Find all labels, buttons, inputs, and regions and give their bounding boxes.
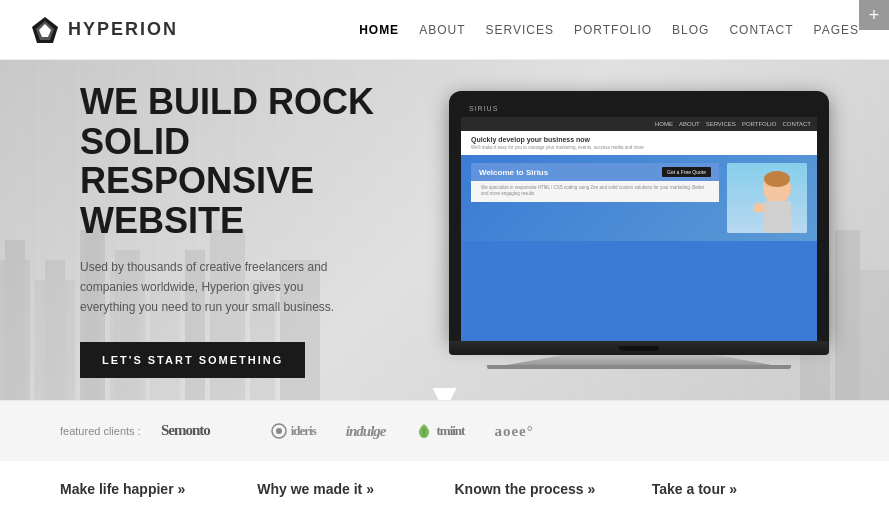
tmiint-icon (415, 422, 433, 440)
laptop-nav: HOME ABOUT SERVICES PORTFOLIO CONTACT (461, 117, 817, 131)
laptop-page-title: Quickly develop your business now (471, 136, 807, 143)
nav-home[interactable]: HOME (359, 23, 399, 37)
laptop-base (449, 341, 829, 355)
laptop-bottom-content: We specialize in responsive HTML / CSS c… (471, 181, 719, 202)
laptop-notch (619, 346, 659, 351)
svg-point-23 (764, 171, 790, 187)
laptop-nav-services: SERVICES (706, 121, 736, 127)
clients-label: featured clients : (60, 425, 141, 437)
laptop-person-image (727, 163, 807, 233)
laptop-stand (449, 355, 829, 365)
svg-point-27 (276, 428, 282, 434)
clients-strip: featured clients : Semonto ideris indulg… (0, 400, 889, 461)
laptop-person-svg (727, 163, 807, 233)
laptop-nav-contact: CONTACT (782, 121, 811, 127)
nav-portfolio[interactable]: PORTFOLIO (574, 23, 652, 37)
laptop-welcome-text: Welcome to Sirius (479, 168, 548, 177)
ideris-text: ideris (291, 423, 316, 439)
main-nav: HOME ABOUT SERVICES PORTFOLIO BLOG CONTA… (359, 23, 859, 37)
card-known-the-process: Known the process » (455, 481, 632, 508)
card-take-a-tour: Take a tour » (652, 481, 829, 508)
svg-rect-17 (835, 230, 860, 400)
laptop-nav-about: ABOUT (679, 121, 700, 127)
laptop-inner-cta: Get a Free Quote (662, 167, 711, 177)
client-logo-semonto: Semonto (161, 417, 241, 445)
laptop-foot (487, 365, 791, 369)
laptop-page-header: Quickly develop your business now We'll … (461, 131, 817, 155)
svg-text:Semonto: Semonto (161, 422, 210, 438)
laptop: SIRIUS HOME ABOUT SERVICES PORTFOLIO CON… (449, 91, 829, 369)
header: HYPERION HOME ABOUT SERVICES PORTFOLIO B… (0, 0, 889, 60)
laptop-nav-portfolio: PORTFOLIO (742, 121, 777, 127)
bottom-grid: Make life happier » (60, 481, 829, 508)
svg-point-24 (753, 203, 765, 213)
client-logos: Semonto ideris indulge tmiint aoee° (161, 417, 829, 445)
laptop-browser-bar: SIRIUS (461, 99, 817, 117)
semonto-logo-icon: Semonto (161, 417, 241, 441)
card-1-title[interactable]: Make life happier » (60, 481, 237, 497)
laptop-text-area: Welcome to Sirius Get a Free Quote We sp… (471, 163, 719, 233)
tmiint-text: tmiint (436, 423, 464, 439)
card-2-title[interactable]: Why we made it » (257, 481, 434, 497)
ideris-icon (271, 423, 287, 439)
logo-icon (30, 15, 60, 45)
card-make-life-happier: Make life happier » (60, 481, 237, 508)
client-logo-tmiint: tmiint (415, 422, 464, 440)
nav-pages[interactable]: PAGES (814, 23, 859, 37)
tab-new-button[interactable]: + (859, 0, 889, 30)
laptop-brand: SIRIUS (469, 105, 498, 112)
laptop-screen-inner: Quickly develop your business now We'll … (461, 131, 817, 341)
laptop-nav-home: HOME (655, 121, 673, 127)
laptop-screen-outer: SIRIUS HOME ABOUT SERVICES PORTFOLIO CON… (449, 91, 829, 341)
svg-rect-21 (763, 201, 791, 233)
hero-section: WE BUILD ROCK SOLID RESPONSIVE WEBSITE U… (0, 60, 889, 400)
client-logo-ideris: ideris (271, 423, 316, 439)
client-logo-aoee: aoee° (494, 423, 533, 440)
hero-content: WE BUILD ROCK SOLID RESPONSIVE WEBSITE U… (0, 82, 374, 378)
client-logo-indulge: indulge (346, 423, 386, 440)
nav-about[interactable]: ABOUT (419, 23, 465, 37)
laptop-welcome-bar: Welcome to Sirius Get a Free Quote (471, 163, 719, 181)
hero-title: WE BUILD ROCK SOLID RESPONSIVE WEBSITE (80, 82, 374, 240)
laptop-bottom-text: We specialize in responsive HTML / CSS c… (481, 185, 709, 198)
card-why-we-made-it: Why we made it » (257, 481, 434, 508)
card-3-title[interactable]: Known the process » (455, 481, 632, 497)
laptop-hero-area: Welcome to Sirius Get a Free Quote We sp… (461, 155, 817, 241)
nav-blog[interactable]: BLOG (672, 23, 709, 37)
bottom-section: Make life happier » (0, 461, 889, 508)
logo[interactable]: HYPERION (30, 15, 178, 45)
nav-services[interactable]: SERVICES (485, 23, 553, 37)
laptop-mockup: SIRIUS HOME ABOUT SERVICES PORTFOLIO CON… (449, 91, 829, 369)
hero-cta-button[interactable]: LET'S START SOMETHING (80, 342, 305, 378)
card-4-title[interactable]: Take a tour » (652, 481, 829, 497)
laptop-page-subtitle: We'll make it easy for you to manage you… (471, 145, 807, 150)
hero-subtitle: Used by thousands of creative freelancer… (80, 257, 360, 318)
nav-contact[interactable]: CONTACT (729, 23, 793, 37)
svg-rect-18 (860, 270, 889, 400)
logo-text: HYPERION (68, 19, 178, 40)
